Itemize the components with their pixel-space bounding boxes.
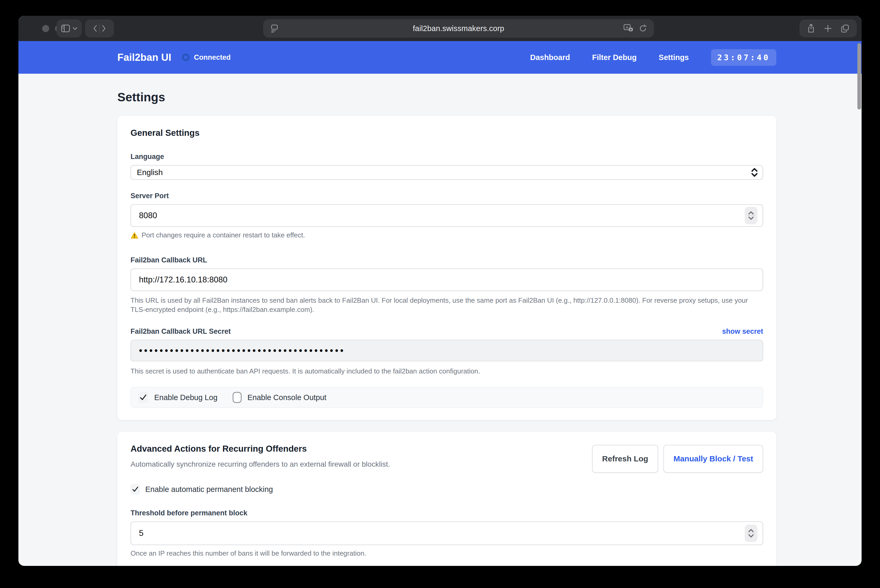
auto-block-label: Enable automatic permanent blocking	[145, 485, 273, 494]
url-text[interactable]: fail2ban.swissmakers.corp	[263, 24, 654, 33]
back-icon[interactable]	[93, 25, 97, 32]
toolbar-actions	[799, 20, 857, 38]
clock-badge: 23:07:40	[711, 49, 777, 66]
forward-icon[interactable]	[102, 25, 106, 32]
callback-url-label: Fail2ban Callback URL	[130, 256, 763, 264]
scrollbar-thumb[interactable]	[858, 43, 861, 110]
auto-block-row: Enable automatic permanent blocking	[130, 484, 763, 495]
new-tab-icon[interactable]	[824, 24, 832, 32]
app-header: Fail2ban UI Connected Dashboard Filter D…	[18, 41, 862, 74]
close-window-button[interactable]	[42, 25, 49, 32]
stepper-up-icon[interactable]	[748, 211, 754, 215]
page-title: Settings	[117, 90, 776, 104]
refresh-log-button[interactable]: Refresh Log	[592, 445, 658, 473]
port-warning: Port changes require a container restart…	[130, 231, 763, 239]
history-nav-group	[85, 20, 114, 38]
address-bar[interactable]: fail2ban.swissmakers.corp A ★	[263, 19, 654, 38]
number-stepper[interactable]	[745, 207, 757, 224]
warning-icon	[130, 232, 138, 239]
translate-icon[interactable]: A ★	[624, 24, 633, 33]
server-port-label: Server Port	[130, 192, 763, 200]
secret-label: Fail2ban Callback URL Secret	[130, 327, 231, 336]
stepper-down-icon[interactable]	[748, 216, 754, 220]
callback-url-input[interactable]	[130, 268, 763, 291]
check-icon	[132, 486, 138, 492]
callback-url-help: This URL is used by all Fail2Ban instanc…	[130, 296, 763, 314]
debug-log-label: Enable Debug Log	[154, 393, 217, 402]
svg-text:★: ★	[630, 28, 632, 31]
threshold-label: Threshold before permanent block	[130, 509, 763, 517]
page-settings-icon[interactable]	[271, 24, 279, 33]
nav-item-settings[interactable]: Settings	[659, 53, 689, 62]
stepper-up-icon[interactable]	[748, 529, 754, 532]
share-icon[interactable]	[807, 24, 815, 33]
language-select[interactable]: English	[130, 165, 763, 180]
console-output-checkbox[interactable]	[232, 392, 241, 403]
secret-help: This secret is used to authenticate ban …	[130, 367, 763, 376]
nav-item-dashboard[interactable]: Dashboard	[530, 53, 570, 62]
debug-log-checkbox[interactable]	[138, 392, 148, 403]
manually-block-test-button[interactable]: Manually Block / Test	[663, 445, 763, 473]
sidebar-toggle-button[interactable]	[57, 20, 82, 38]
settings-page: Settings General Settings Language Engli…	[18, 90, 862, 566]
general-settings-card: General Settings Language English Server…	[117, 116, 776, 420]
log-options-row: Enable Debug Log Enable Console Output	[130, 387, 763, 408]
auto-block-checkbox[interactable]	[130, 484, 140, 495]
svg-text:A: A	[626, 25, 628, 30]
status-label: Connected	[194, 53, 231, 62]
nav-item-filter-debug[interactable]: Filter Debug	[592, 53, 637, 62]
app-nav: Dashboard Filter Debug Settings 23:07:40	[530, 49, 776, 66]
check-icon	[140, 394, 147, 400]
browser-window: fail2ban.swissmakers.corp A ★	[18, 16, 862, 566]
server-port-input[interactable]	[130, 204, 763, 227]
threshold-help: Once an IP reaches this number of bans i…	[130, 549, 763, 558]
threshold-input[interactable]	[130, 521, 763, 545]
chevron-down-icon	[73, 27, 77, 30]
secret-input[interactable]	[130, 340, 763, 362]
show-secret-link[interactable]: show secret	[722, 327, 763, 336]
browser-toolbar: fail2ban.swissmakers.corp A ★	[18, 16, 862, 41]
number-stepper[interactable]	[745, 525, 757, 542]
stepper-down-icon[interactable]	[748, 534, 754, 538]
general-settings-heading: General Settings	[130, 128, 763, 138]
sidebar-icon	[61, 24, 70, 32]
tab-overview-icon[interactable]	[841, 24, 849, 33]
reload-icon[interactable]	[639, 24, 647, 33]
connection-status: Connected	[182, 53, 231, 62]
divider	[99, 24, 100, 33]
port-warning-text: Port changes require a container restart…	[142, 231, 305, 239]
select-chevrons-icon	[751, 168, 758, 177]
console-output-label: Enable Console Output	[247, 393, 326, 402]
language-label: Language	[130, 153, 763, 161]
language-select-value: English	[137, 168, 163, 177]
app-brand: Fail2ban UI	[117, 52, 171, 63]
status-ring-icon	[182, 53, 190, 62]
advanced-actions-card: Refresh Log Manually Block / Test Advanc…	[117, 432, 776, 566]
